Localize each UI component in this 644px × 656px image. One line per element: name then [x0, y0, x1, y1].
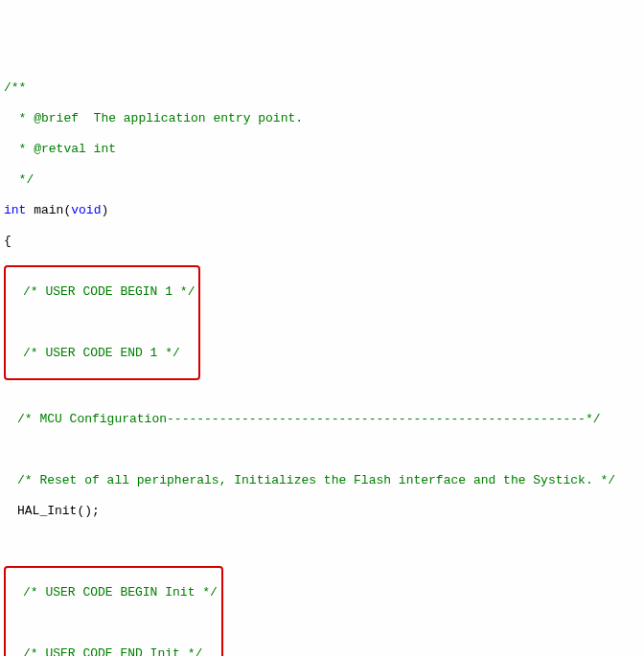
user-code-begin-1: /* USER CODE BEGIN 1 */: [10, 284, 195, 300]
keyword-void: void: [71, 203, 101, 217]
doc-comment: */: [4, 172, 640, 188]
hal-init-call: HAL_Init();: [4, 504, 640, 519]
mcu-config-comment: /* MCU Configuration--------------------…: [4, 412, 640, 427]
user-code-end-init: /* USER CODE END Init */: [10, 646, 218, 656]
user-code-block-1: /* USER CODE BEGIN 1 */ /* USER CODE END…: [4, 265, 200, 380]
user-code-begin-init: /* USER CODE BEGIN Init */: [10, 585, 218, 600]
user-code-end-1: /* USER CODE END 1 */: [10, 346, 195, 361]
user-code-block-init: /* USER CODE BEGIN Init */ /* USER CODE …: [4, 566, 223, 656]
code-editor-view: /** * @brief The application entry point…: [4, 65, 640, 656]
fn-name: main: [26, 203, 63, 217]
doc-comment: * @brief The application entry point.: [4, 111, 640, 126]
keyword-int: int: [4, 203, 26, 217]
paren: ): [101, 203, 108, 217]
doc-comment: /**: [4, 80, 640, 96]
brace-open: {: [4, 234, 640, 249]
doc-comment: * @retval int: [4, 142, 640, 157]
function-signature: int main(void): [4, 203, 640, 218]
reset-comment: /* Reset of all peripherals, Initializes…: [4, 473, 640, 488]
